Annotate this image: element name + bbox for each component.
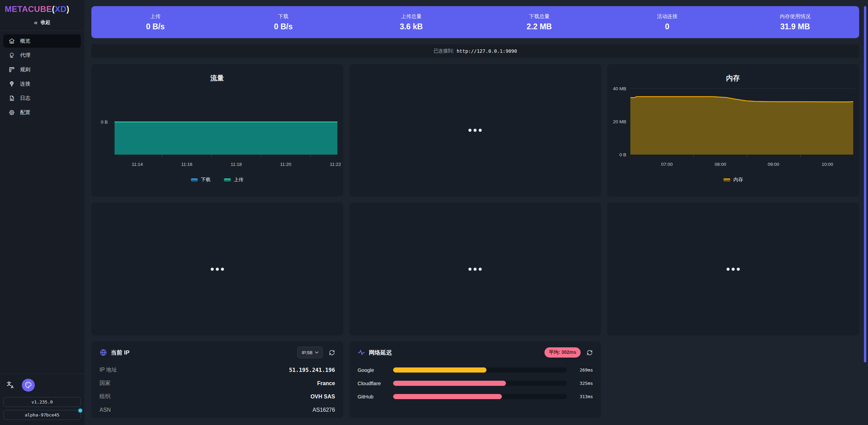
latency-value: 313ms — [567, 394, 593, 399]
average-latency-badge: 平均: 302ms — [544, 347, 581, 358]
logo-brand-text: METACUBE — [5, 4, 52, 14]
gear-icon — [9, 109, 15, 116]
memory-legend-swatch — [723, 178, 730, 182]
svg-text:07:00: 07:00 — [661, 162, 673, 167]
memory-legend: 内存 — [607, 177, 859, 183]
svg-text:20 MB: 20 MB — [613, 119, 626, 124]
pulse-icon — [358, 349, 365, 356]
stat-value: 0 B/s — [274, 22, 293, 31]
svg-text:0 B: 0 B — [619, 152, 626, 157]
sidebar-item-label: 配置 — [20, 109, 30, 116]
sidebar-item-proxies[interactable]: 代理 — [3, 49, 81, 62]
stat-memory-usage: 内存使用情况 31.9 MB — [731, 6, 859, 38]
latency-bar-track — [393, 367, 567, 373]
sidebar-item-config[interactable]: 配置 — [3, 106, 81, 119]
sidebar-item-overview[interactable]: 概览 — [3, 34, 81, 48]
ip-source-select[interactable]: IP.SB — [297, 347, 323, 358]
sidebar-item-rules[interactable]: 规则 — [3, 63, 81, 76]
country-value: France — [317, 380, 335, 387]
stat-value: 31.9 MB — [780, 22, 810, 31]
logo-paren-close: ) — [66, 4, 70, 14]
legend-item-upload[interactable]: 上传 — [224, 177, 243, 183]
latency-value: 325ms — [567, 381, 593, 386]
refresh-icon — [329, 349, 335, 356]
row-label: 组织 — [100, 393, 110, 400]
globe-network-icon — [9, 81, 15, 87]
asn-row: ASN AS16276 — [100, 403, 335, 416]
loading-dots — [468, 268, 482, 271]
country-row: 国家 France — [100, 377, 335, 390]
traffic-chart-card: 流量 0 B 11:1411:1611:1811:2011:22 下载 上传 — [91, 64, 343, 196]
ip-address-row: IP 地址 51.195.241.196 — [100, 363, 335, 377]
current-ip-title: 当前 IP — [111, 349, 130, 357]
svg-text:40 MB: 40 MB — [613, 86, 626, 91]
traffic-chart-title: 流量 — [210, 74, 224, 82]
chevrons-left-icon: « — [34, 20, 38, 25]
row-label: 国家 — [100, 380, 110, 387]
logo-variant-text: XD — [55, 4, 66, 14]
latency-row-github: GitHub 313ms — [358, 390, 593, 403]
language-button[interactable]: 文A — [6, 380, 15, 390]
stat-upload-total: 上传总量 3.6 kB — [347, 6, 475, 38]
svg-text:11:20: 11:20 — [280, 162, 291, 167]
build-label: alpha-97bce45 — [25, 412, 60, 418]
svg-text:08:00: 08:00 — [715, 162, 727, 167]
svg-text:09:00: 09:00 — [768, 162, 779, 167]
network-latency-card: 网络延迟 平均: 302ms Google 269ms — [349, 342, 601, 418]
connection-status-bar: 已连接到: http://127.0.0.1:9090 — [91, 44, 859, 58]
latency-refresh-button[interactable] — [586, 349, 593, 356]
asn-value: AS16276 — [313, 407, 335, 413]
page-scrollbar-thumb[interactable] — [864, 6, 866, 362]
organization-row: 组织 OVH SAS — [100, 390, 335, 403]
globe-icon — [100, 349, 107, 356]
sidebar-item-logs[interactable]: 日志 — [3, 92, 81, 105]
svg-text:11:14: 11:14 — [132, 162, 143, 167]
network-latency-title: 网络延迟 — [369, 349, 392, 357]
ip-refresh-button[interactable] — [329, 349, 335, 356]
row-label: IP 地址 — [100, 366, 117, 374]
app-root: METACUBE(XD) « 收起 概览 代理 — [0, 0, 868, 425]
dashboard-grid: 流量 0 B 11:1411:1611:1811:2011:22 下载 上传 — [91, 64, 859, 418]
theme-button[interactable] — [22, 379, 35, 392]
download-legend-swatch — [191, 178, 198, 182]
ip-source-label: IP.SB — [302, 350, 313, 355]
stat-upload: 上传 0 B/s — [91, 6, 219, 38]
svg-text:11:16: 11:16 — [181, 162, 192, 167]
svg-text:A: A — [11, 385, 14, 389]
legend-item-download[interactable]: 下载 — [191, 177, 210, 183]
stat-label: 上传总量 — [401, 13, 421, 20]
ip-info-rows: IP 地址 51.195.241.196 国家 France 组织 OVH SA… — [100, 363, 335, 416]
stat-download-total: 下载总量 2.2 MB — [475, 6, 603, 38]
loading-dots — [727, 268, 740, 271]
file-text-icon — [9, 95, 15, 101]
sidebar-menu: 概览 代理 规则 连接 — [0, 31, 84, 123]
site-label: GitHub — [358, 394, 393, 399]
site-label: Cloudflare — [358, 380, 393, 386]
logo-paren-open: ( — [52, 4, 55, 14]
sidebar-item-label: 概览 — [20, 38, 30, 44]
connection-status-label: 已连接到: — [434, 48, 454, 54]
version-button[interactable]: v1.235.0 — [3, 397, 81, 407]
row-label: ASN — [100, 407, 111, 413]
app-logo: METACUBE(XD) — [0, 0, 84, 14]
stat-label: 内存使用情况 — [780, 13, 810, 20]
palette-icon — [25, 381, 32, 390]
stat-active-connections: 活动连接 0 — [603, 6, 731, 38]
latency-value: 269ms — [567, 367, 593, 373]
organization-value: OVH SAS — [311, 394, 335, 400]
sidebar-item-label: 规则 — [20, 66, 30, 73]
stat-value: 0 — [665, 22, 670, 31]
stat-label: 下载 — [278, 13, 288, 20]
latency-bar-fill — [393, 394, 502, 399]
sidebar-item-connections[interactable]: 连接 — [3, 77, 81, 91]
main-content: 上传 0 B/s 下载 0 B/s 上传总量 3.6 kB 下载总量 2.2 M… — [84, 0, 868, 425]
build-button[interactable]: alpha-97bce45 — [3, 410, 81, 420]
update-indicator-dot — [78, 409, 82, 412]
sidebar-item-label: 日志 — [20, 95, 30, 101]
traffic-legend: 下载 上传 — [91, 177, 343, 183]
latency-bar-fill — [393, 381, 506, 386]
upload-legend-swatch — [224, 178, 231, 182]
legend-label: 内存 — [733, 177, 743, 183]
collapse-sidebar-button[interactable]: « 收起 — [0, 17, 84, 30]
legend-item-memory[interactable]: 内存 — [723, 177, 743, 183]
